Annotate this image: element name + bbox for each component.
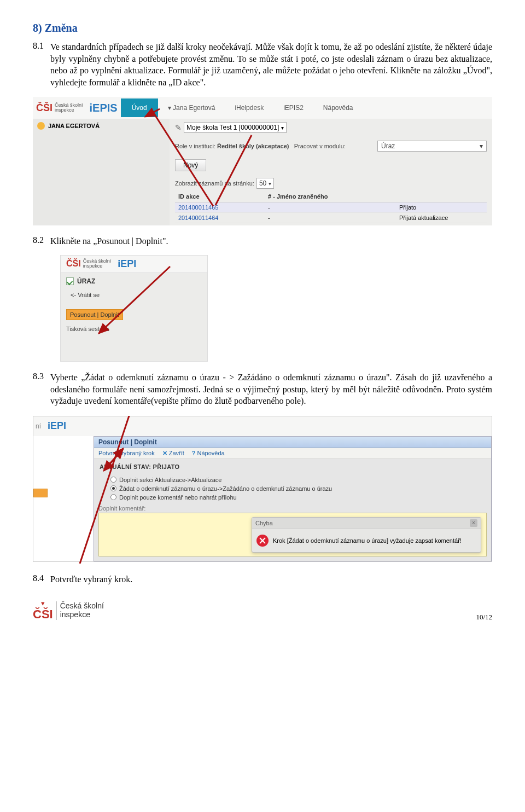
flag-icon	[66, 277, 74, 285]
records-per-page: Zobrazit záznamů na stránku: 50 ▾	[175, 178, 487, 189]
close-icon[interactable]: ×	[470, 519, 477, 527]
back-link[interactable]: <- Vrátit se	[61, 289, 207, 304]
error-message: Krok [Žádat o odemknutí záznamu o úrazu]…	[273, 537, 462, 544]
cropped-button	[33, 489, 48, 497]
user-icon	[37, 122, 45, 130]
cropped-text: ní	[36, 422, 41, 430]
item-8-3-num: 8.3	[33, 372, 50, 410]
item-8-4-text: Potvrďte vybraný krok.	[50, 573, 492, 585]
csi-mark: ČŠI	[33, 607, 53, 622]
close-button[interactable]: ✕Zavřít	[162, 450, 184, 457]
screenshot-3: ní iEPI Posunout | Doplnit Potvrdit vybr…	[33, 416, 492, 564]
table-row[interactable]: 201400011464 - Přijatá aktualizace	[175, 213, 487, 223]
nav-iepis2[interactable]: iEPIS2	[273, 104, 313, 112]
help-button[interactable]: ?Nápověda	[192, 450, 225, 456]
tab-uvod[interactable]: Úvod	[121, 98, 158, 117]
logo-caret-icon: ▾	[41, 599, 45, 607]
id-link[interactable]: 201400011465	[175, 204, 268, 211]
iepi-logo: iEPI	[118, 258, 136, 270]
csi-logo: ČŠI Česká školníinspekce	[33, 102, 86, 114]
modul-select[interactable]: Úraz▾	[377, 141, 487, 152]
screenshot-2: ČŠI Česká školníinspekce iEPI ÚRAZ <- Vr…	[60, 255, 208, 362]
table-row[interactable]: 201400011465 - Přijato	[175, 202, 487, 213]
help-icon: ?	[192, 450, 196, 456]
radio-icon	[110, 494, 116, 500]
radio-icon	[110, 485, 116, 491]
radio-icon	[110, 477, 116, 483]
iepi-logo: iEPI	[48, 420, 66, 432]
user-badge: JANA EGERTOVÁ	[37, 122, 165, 130]
radio-option-1[interactable]: Doplnit sekci Aktualizace->Aktualizace	[110, 475, 480, 484]
nav-napoveda[interactable]: Nápověda	[313, 104, 363, 112]
current-state: AKTUÁLNÍ STAV: PŘIJATO	[94, 459, 491, 474]
error-title: Chyba	[255, 520, 273, 526]
screenshot-1: ČŠI Česká školníinspekce iEPIS Úvod ▾ Ja…	[33, 97, 492, 225]
wand-icon: ✎	[175, 123, 182, 132]
uraz-heading: ÚRAZ	[61, 273, 207, 289]
error-popup: Chyba × Krok [Žádat o odemknutí záznamu …	[252, 517, 481, 553]
item-8-1-num: 8.1	[33, 41, 50, 91]
confirm-step-button[interactable]: Potvrdit vybraný krok	[98, 450, 155, 456]
school-select[interactable]: Moje škola Test 1 [0000000001] ▾	[184, 122, 287, 133]
radio-option-2[interactable]: Žádat o odemknutí záznamu o úrazu->Zažád…	[110, 484, 480, 493]
page-number: 10/12	[476, 613, 492, 622]
item-8-1-text: Ve standardních případech se již další k…	[50, 41, 492, 88]
page-footer: ▾ ČŠI Česká školní inspekce 10/12	[33, 599, 492, 622]
section-heading: 8) Změna	[33, 22, 492, 34]
item-8-2-num: 8.2	[33, 235, 50, 251]
csi-logo: ČŠI Česká školníinspekce	[63, 259, 114, 269]
item-8-4-num: 8.4	[33, 573, 50, 589]
item-8-3-text: Vyberte „Žádat o odemknutí záznamu o úra…	[50, 372, 492, 407]
comment-label: Doplnit komentář:	[94, 505, 491, 513]
table-header: ID akce # - Jméno zraněného	[175, 191, 487, 202]
id-link[interactable]: 201400011464	[175, 214, 268, 221]
new-button[interactable]: Nový	[175, 159, 206, 171]
error-icon	[256, 535, 269, 547]
radio-option-3[interactable]: Doplnit pouze komentář nebo nahrát přílo…	[110, 493, 480, 502]
posunout-button[interactable]: Posunout | Doplnit	[66, 309, 123, 320]
footer-line1: Česká školní	[60, 602, 104, 610]
dialog-title: Posunout | Doplnit	[94, 437, 491, 448]
tisk-label: Tisková sestava	[61, 326, 207, 337]
item-8-2-text: Klikněte na „Posunout | Doplnit".	[50, 235, 492, 247]
nav-ihelpdesk[interactable]: iHelpdesk	[225, 104, 273, 112]
footer-line2: inspekce	[60, 611, 104, 619]
records-select[interactable]: 50 ▾	[256, 178, 274, 189]
user-menu[interactable]: ▾ Jana Egertová	[158, 104, 225, 112]
close-icon: ✕	[162, 450, 167, 457]
iepis-logo: iEPIS	[90, 102, 118, 114]
